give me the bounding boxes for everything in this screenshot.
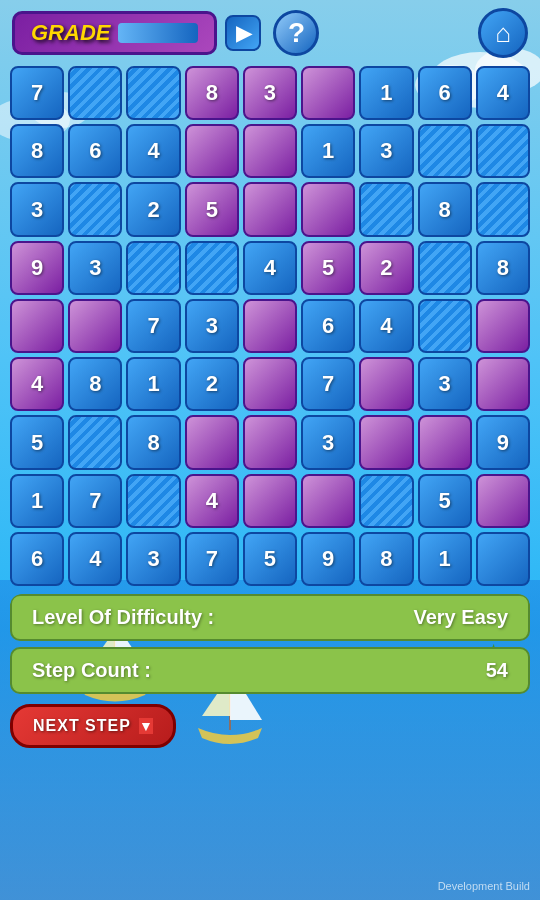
cell-r1-c3[interactable] — [185, 124, 239, 178]
difficulty-row: Level Of Difficulty : Very Easy — [10, 594, 530, 641]
cell-r3-c4[interactable]: 4 — [243, 241, 297, 295]
cell-r3-c7[interactable] — [418, 241, 472, 295]
cell-r2-c1[interactable] — [68, 182, 122, 236]
cell-r0-c1[interactable] — [68, 66, 122, 120]
cell-r8-c3[interactable]: 7 — [185, 532, 239, 586]
step-count-row: Step Count : 54 — [10, 647, 530, 694]
cell-r7-c2[interactable] — [126, 474, 180, 528]
cell-r0-c0[interactable]: 7 — [10, 66, 64, 120]
cell-r2-c3[interactable]: 5 — [185, 182, 239, 236]
cell-r4-c8[interactable] — [476, 299, 530, 353]
cell-r8-c4[interactable]: 5 — [243, 532, 297, 586]
next-step-label: NEXT STEP — [33, 717, 131, 735]
cell-r1-c0[interactable]: 8 — [10, 124, 64, 178]
cell-r4-c7[interactable] — [418, 299, 472, 353]
cell-r2-c6[interactable] — [359, 182, 413, 236]
cell-r3-c3[interactable] — [185, 241, 239, 295]
cell-r3-c5[interactable]: 5 — [301, 241, 355, 295]
cell-r1-c1[interactable]: 6 — [68, 124, 122, 178]
cell-r6-c2[interactable]: 8 — [126, 415, 180, 469]
cell-r4-c3[interactable]: 3 — [185, 299, 239, 353]
home-button[interactable]: ⌂ — [478, 8, 528, 58]
cell-r7-c5[interactable] — [301, 474, 355, 528]
cell-r6-c0[interactable]: 5 — [10, 415, 64, 469]
cell-r4-c2[interactable]: 7 — [126, 299, 180, 353]
help-button[interactable]: ? — [273, 10, 319, 56]
grade-label: GRADE — [31, 20, 110, 46]
question-icon: ? — [288, 17, 305, 49]
cell-r3-c0[interactable]: 9 — [10, 241, 64, 295]
cell-r6-c7[interactable] — [418, 415, 472, 469]
cell-r2-c8[interactable] — [476, 182, 530, 236]
cell-r5-c4[interactable] — [243, 357, 297, 411]
difficulty-value: Very Easy — [413, 606, 508, 629]
cell-r6-c6[interactable] — [359, 415, 413, 469]
cell-r6-c5[interactable]: 3 — [301, 415, 355, 469]
cell-r5-c1[interactable]: 8 — [68, 357, 122, 411]
cell-r5-c0[interactable]: 4 — [10, 357, 64, 411]
cell-r7-c1[interactable]: 7 — [68, 474, 122, 528]
cell-r3-c1[interactable]: 3 — [68, 241, 122, 295]
dev-build-label: Development Build — [438, 880, 530, 892]
cell-r8-c5[interactable]: 9 — [301, 532, 355, 586]
cell-r4-c5[interactable]: 6 — [301, 299, 355, 353]
step-count-value: 54 — [486, 659, 508, 682]
cell-r7-c4[interactable] — [243, 474, 297, 528]
arrow-button[interactable]: ▶ — [225, 15, 261, 51]
grade-bar — [118, 23, 198, 43]
cell-r3-c2[interactable] — [126, 241, 180, 295]
cell-r8-c0[interactable]: 6 — [10, 532, 64, 586]
cell-r2-c0[interactable]: 3 — [10, 182, 64, 236]
cell-r4-c0[interactable] — [10, 299, 64, 353]
cell-r0-c8[interactable]: 4 — [476, 66, 530, 120]
cell-r1-c6[interactable]: 3 — [359, 124, 413, 178]
cell-r7-c7[interactable]: 5 — [418, 474, 472, 528]
next-step-arrow-icon: ▼ — [139, 718, 153, 734]
cell-r1-c5[interactable]: 1 — [301, 124, 355, 178]
cell-r0-c6[interactable]: 1 — [359, 66, 413, 120]
sudoku-grid: 7831648641332589345287364481273583917456… — [0, 66, 540, 586]
cell-r5-c5[interactable]: 7 — [301, 357, 355, 411]
cell-r8-c8[interactable] — [476, 532, 530, 586]
cell-r3-c6[interactable]: 2 — [359, 241, 413, 295]
cell-r5-c7[interactable]: 3 — [418, 357, 472, 411]
cell-r7-c6[interactable] — [359, 474, 413, 528]
cell-r7-c0[interactable]: 1 — [10, 474, 64, 528]
cell-r2-c5[interactable] — [301, 182, 355, 236]
cell-r7-c8[interactable] — [476, 474, 530, 528]
cell-r1-c2[interactable]: 4 — [126, 124, 180, 178]
cell-r0-c2[interactable] — [126, 66, 180, 120]
cell-r0-c3[interactable]: 8 — [185, 66, 239, 120]
cell-r3-c8[interactable]: 8 — [476, 241, 530, 295]
cell-r5-c2[interactable]: 1 — [126, 357, 180, 411]
difficulty-label: Level Of Difficulty : — [32, 606, 214, 629]
cell-r2-c4[interactable] — [243, 182, 297, 236]
cell-r5-c8[interactable] — [476, 357, 530, 411]
cell-r2-c7[interactable]: 8 — [418, 182, 472, 236]
cell-r6-c4[interactable] — [243, 415, 297, 469]
cell-r4-c4[interactable] — [243, 299, 297, 353]
header: GRADE ▶ ? ⌂ — [0, 0, 540, 66]
cell-r8-c6[interactable]: 8 — [359, 532, 413, 586]
cell-r8-c1[interactable]: 4 — [68, 532, 122, 586]
cell-r8-c2[interactable]: 3 — [126, 532, 180, 586]
cell-r4-c6[interactable]: 4 — [359, 299, 413, 353]
cell-r0-c7[interactable]: 6 — [418, 66, 472, 120]
cell-r8-c7[interactable]: 1 — [418, 532, 472, 586]
cell-r6-c8[interactable]: 9 — [476, 415, 530, 469]
cell-r6-c3[interactable] — [185, 415, 239, 469]
cell-r1-c7[interactable] — [418, 124, 472, 178]
cell-r5-c6[interactable] — [359, 357, 413, 411]
cell-r1-c8[interactable] — [476, 124, 530, 178]
grade-button[interactable]: GRADE — [12, 11, 217, 55]
cell-r2-c2[interactable]: 2 — [126, 182, 180, 236]
cell-r4-c1[interactable] — [68, 299, 122, 353]
cell-r1-c4[interactable] — [243, 124, 297, 178]
cell-r5-c3[interactable]: 2 — [185, 357, 239, 411]
step-count-label: Step Count : — [32, 659, 151, 682]
cell-r0-c5[interactable] — [301, 66, 355, 120]
cell-r0-c4[interactable]: 3 — [243, 66, 297, 120]
cell-r6-c1[interactable] — [68, 415, 122, 469]
next-step-button[interactable]: NEXT STEP ▼ — [10, 704, 176, 748]
cell-r7-c3[interactable]: 4 — [185, 474, 239, 528]
